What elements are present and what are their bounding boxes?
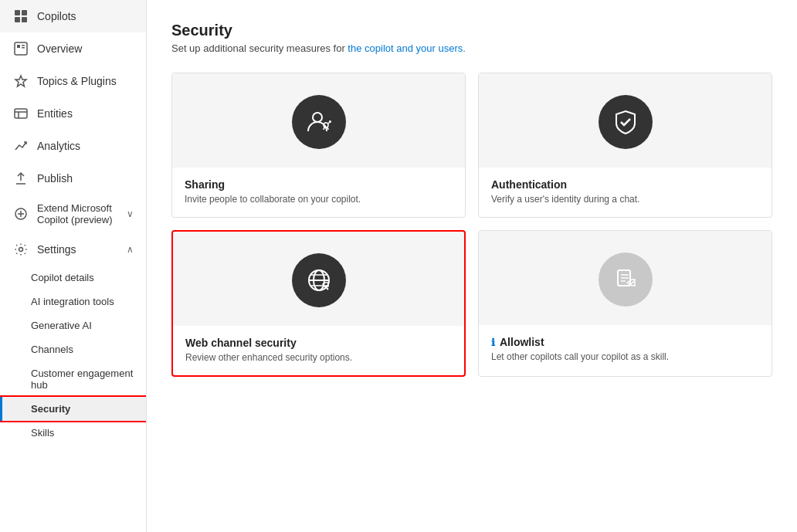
sidebar-item-publish[interactable]: Publish bbox=[0, 162, 146, 195]
sidebar-sub-copilot-details[interactable]: Copilot details bbox=[0, 266, 146, 290]
sidebar-sub-ai-integration-label: AI integration tools bbox=[31, 296, 114, 307]
allowlist-card-icon-area bbox=[479, 231, 772, 325]
web-channel-security-card-icon bbox=[292, 253, 346, 307]
svg-rect-3 bbox=[22, 17, 27, 22]
web-channel-security-card-title: Web channel security bbox=[185, 337, 352, 349]
sidebar-item-analytics-label: Analytics bbox=[37, 140, 80, 152]
analytics-icon bbox=[12, 137, 29, 154]
svg-point-16 bbox=[19, 248, 23, 252]
sidebar-sub-security[interactable]: Security bbox=[0, 397, 146, 421]
sidebar-item-overview-label: Overview bbox=[37, 42, 82, 55]
copilots-icon bbox=[12, 8, 29, 25]
sidebar-item-topics-label: Topics & Plugins bbox=[37, 75, 117, 87]
sharing-card-body: Sharing Invite people to collaborate on … bbox=[172, 168, 373, 217]
allowlist-card-desc: Let other copilots call your copilot as … bbox=[491, 351, 669, 362]
sidebar-sub-skills-label: Skills bbox=[31, 427, 54, 439]
security-cards-grid: Sharing Invite people to collaborate on … bbox=[171, 73, 772, 377]
sharing-card-icon bbox=[292, 95, 346, 149]
main-content: Security Set up additional security meas… bbox=[147, 0, 797, 532]
sidebar-item-settings-label: Settings bbox=[37, 243, 119, 256]
page-subtitle: Set up additional security measures for … bbox=[171, 42, 772, 54]
sharing-card-desc: Invite people to collaborate on your cop… bbox=[185, 194, 361, 205]
sidebar-sub-channels-label: Channels bbox=[31, 344, 73, 355]
sidebar-sub-generative-ai[interactable]: Generative AI bbox=[0, 313, 146, 337]
settings-icon bbox=[12, 241, 29, 258]
chevron-up-icon: ∧ bbox=[127, 244, 134, 255]
sidebar-sub-customer-engagement-label: Customer engagement hub bbox=[31, 368, 134, 391]
sidebar-item-settings[interactable]: Settings ∧ bbox=[0, 233, 146, 266]
chevron-down-icon: ∨ bbox=[127, 208, 134, 219]
authentication-card-icon-area bbox=[479, 73, 772, 168]
svg-rect-7 bbox=[22, 47, 25, 49]
web-channel-security-card-icon-area bbox=[173, 232, 464, 326]
web-channel-security-card-body: Web channel security Review other enhanc… bbox=[173, 326, 365, 375]
svg-point-17 bbox=[313, 113, 322, 122]
sidebar-sub-channels[interactable]: Channels bbox=[0, 337, 146, 361]
sidebar-sub-generative-ai-label: Generative AI bbox=[31, 320, 92, 331]
authentication-card-title: Authentication bbox=[491, 178, 639, 191]
page-title: Security bbox=[171, 22, 772, 39]
sidebar-item-extend-copilot[interactable]: Extend Microsoft Copilot (preview) ∨ bbox=[0, 195, 146, 233]
sidebar-item-copilots-label: Copilots bbox=[37, 10, 76, 22]
allowlist-card-title: ℹ Allowlist bbox=[491, 336, 669, 348]
sidebar-item-extend-label: Extend Microsoft Copilot (preview) bbox=[37, 202, 119, 225]
allowlist-info-icon: ℹ bbox=[491, 337, 495, 348]
svg-rect-4 bbox=[15, 42, 27, 55]
authentication-card[interactable]: Authentication Verify a user's identity … bbox=[478, 73, 772, 218]
allowlist-card-body: ℹ Allowlist Let other copilots call your… bbox=[479, 325, 681, 374]
sidebar-item-analytics[interactable]: Analytics bbox=[0, 130, 146, 162]
overview-icon bbox=[12, 40, 29, 57]
authentication-card-desc: Verify a user's identity during a chat. bbox=[491, 194, 639, 205]
sidebar-item-copilots[interactable]: Copilots bbox=[0, 0, 146, 32]
svg-rect-1 bbox=[22, 10, 27, 15]
authentication-card-body: Authentication Verify a user's identity … bbox=[479, 168, 652, 217]
sidebar-item-entities-label: Entities bbox=[37, 107, 73, 120]
sharing-card-icon-area bbox=[172, 73, 465, 168]
sidebar-item-overview[interactable]: Overview bbox=[0, 32, 146, 65]
sidebar-item-topics-plugins[interactable]: Topics & Plugins bbox=[0, 65, 146, 97]
svg-rect-8 bbox=[15, 109, 27, 118]
web-channel-security-card-desc: Review other enhanced security options. bbox=[185, 352, 352, 363]
sidebar-sub-customer-engagement[interactable]: Customer engagement hub bbox=[0, 361, 146, 397]
sidebar-sub-skills[interactable]: Skills bbox=[0, 421, 146, 445]
sidebar-sub-copilot-details-label: Copilot details bbox=[31, 272, 94, 283]
svg-rect-6 bbox=[22, 45, 25, 46]
sharing-card[interactable]: Sharing Invite people to collaborate on … bbox=[171, 73, 466, 218]
web-channel-security-card[interactable]: Web channel security Review other enhanc… bbox=[171, 230, 466, 377]
extend-copilot-icon bbox=[12, 205, 29, 222]
allowlist-card-icon bbox=[599, 252, 653, 307]
svg-rect-0 bbox=[15, 10, 20, 15]
sidebar-sub-security-label: Security bbox=[31, 403, 70, 415]
allowlist-card[interactable]: ℹ Allowlist Let other copilots call your… bbox=[478, 230, 772, 377]
publish-icon bbox=[12, 170, 29, 187]
sidebar: Copilots Overview Topics & Plugins Entit… bbox=[0, 0, 147, 532]
svg-rect-2 bbox=[15, 17, 20, 22]
authentication-card-icon bbox=[599, 95, 653, 149]
sidebar-item-entities[interactable]: Entities bbox=[0, 97, 146, 130]
svg-rect-5 bbox=[17, 45, 20, 48]
sidebar-sub-ai-integration[interactable]: AI integration tools bbox=[0, 290, 146, 313]
topics-plugins-icon bbox=[12, 73, 29, 90]
sharing-card-title: Sharing bbox=[185, 178, 361, 191]
subtitle-link[interactable]: the copilot and your users. bbox=[348, 42, 465, 54]
sidebar-item-publish-label: Publish bbox=[37, 172, 73, 185]
entities-icon bbox=[12, 105, 29, 122]
